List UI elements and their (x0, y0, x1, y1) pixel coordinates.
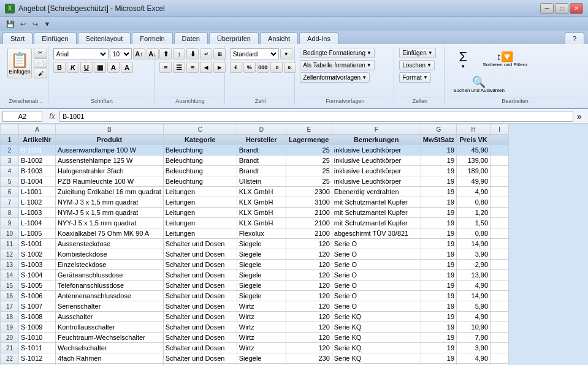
cell-15-h[interactable]: 4,90 (457, 280, 491, 291)
cell-3-b[interactable]: Aussenstehlampe 125 W (56, 156, 164, 166)
cell-3-a[interactable]: B-1002 (19, 156, 56, 166)
cell-2-f[interactable]: inklusive Leuchtkörper (332, 145, 421, 156)
cell-5-f[interactable]: inklusive Leuchtkörper (332, 176, 421, 187)
cell-15-d[interactable]: Siegele (237, 280, 286, 291)
close-button[interactable]: ✕ (570, 3, 583, 14)
cell-8-b[interactable]: NYM-J 5 x 1,5 mm quadrat (56, 208, 164, 218)
cell-6-d[interactable]: KLX GmbH (237, 187, 286, 197)
cell-15-a[interactable]: S-1005 (19, 280, 56, 291)
cell-7-b[interactable]: NYM-J 3 x 1,5 mm quadrat (56, 197, 164, 208)
cell-6-h[interactable]: 4,90 (457, 187, 491, 197)
find-select-button[interactable]: 🔍 Suchen und Auswählen (449, 74, 508, 96)
cell-16-a[interactable]: S-1006 (19, 291, 56, 301)
cell-13-c[interactable]: Schalter und Dosen (163, 260, 237, 270)
cell-22-b[interactable]: 4fach Rahmen (56, 353, 164, 364)
align-left-button[interactable]: ≡ (159, 62, 172, 73)
wrap-text-button[interactable]: ↵ (200, 48, 212, 59)
cell-18-f[interactable]: Serie KQ (332, 312, 421, 322)
cell-18-g[interactable]: 19 (421, 312, 456, 322)
cell-20-d[interactable]: Wirtz (237, 333, 286, 343)
cell-10-a[interactable]: L-1005 (19, 228, 56, 239)
cell-15-e[interactable]: 120 (286, 280, 332, 291)
header-hersteller[interactable]: Hersteller (237, 135, 286, 145)
cell-12-g[interactable]: 19 (421, 249, 456, 260)
increase-font-button[interactable]: A↑ (133, 48, 145, 59)
cell-2-h[interactable]: 45,90 (457, 145, 491, 156)
cell-16-c[interactable]: Schalter und Dosen (163, 291, 237, 301)
cell-16-b[interactable]: Antennenanschlussdose (56, 291, 164, 301)
cell-16-f[interactable]: Serie O (332, 291, 421, 301)
col-header-c[interactable]: C (163, 124, 237, 135)
cell-7-e[interactable]: 3100 (286, 197, 332, 208)
cell-19-d[interactable]: Wirtz (237, 322, 286, 333)
cell-8-h[interactable]: 1,20 (457, 208, 491, 218)
cell-21-d[interactable]: Wirtz (237, 343, 286, 353)
maximize-button[interactable]: □ (555, 3, 568, 14)
cell-19-b[interactable]: Kontrollausschalter (56, 322, 164, 333)
cell-22-f[interactable]: Serie KQ (332, 353, 421, 364)
cell-11-e[interactable]: 120 (286, 239, 332, 249)
tab-addins[interactable]: Add-Ins (299, 32, 338, 44)
cell-8-e[interactable]: 2100 (286, 208, 332, 218)
col-header-a[interactable]: A (19, 124, 56, 135)
cell-11-a[interactable]: S-1001 (19, 239, 56, 249)
col-header-d[interactable]: D (237, 124, 286, 135)
cell-7-a[interactable]: L-1002 (19, 197, 56, 208)
cell-22-g[interactable]: 19 (421, 353, 456, 364)
col-header-i[interactable]: I (491, 124, 509, 135)
cell-9-g[interactable]: 19 (421, 218, 456, 228)
cell-12-a[interactable]: S-1002 (19, 249, 56, 260)
cell-14-b[interactable]: Geräteanschlussdose (56, 270, 164, 280)
cell-10-c[interactable]: Leitungen (163, 228, 237, 239)
cell-6-g[interactable]: 19 (421, 187, 456, 197)
format-painter-button[interactable]: 🖌 (34, 69, 47, 78)
cell-15-b[interactable]: Telefonanschlussdose (56, 280, 164, 291)
cell-6-f[interactable]: Ebenerdig verdrahten (332, 187, 421, 197)
cell-7-f[interactable]: mit Schutzmantel Kupfer (332, 197, 421, 208)
cell-6-c[interactable]: Leitungen (163, 187, 237, 197)
redo-button[interactable]: ↪ (29, 19, 40, 29)
align-middle-button[interactable]: ↕ (173, 48, 185, 59)
cell-20-c[interactable]: Schalter und Dosen (163, 333, 237, 343)
cell-4-g[interactable]: 19 (421, 166, 456, 176)
scroll-right-icon[interactable]: » (573, 111, 586, 122)
save-button[interactable]: 💾 (5, 19, 16, 29)
align-center-button[interactable]: ☰ (173, 62, 185, 73)
currency-button[interactable]: € (230, 62, 242, 73)
cell-13-a[interactable]: S-1003 (19, 260, 56, 270)
cell-3-h[interactable]: 139,00 (457, 156, 491, 166)
cell-5-g[interactable]: 19 (421, 176, 456, 187)
cell-12-f[interactable]: Serie O (332, 249, 421, 260)
cell-13-b[interactable]: Einzelsteckdose (56, 260, 164, 270)
merge-button[interactable]: ⊞ (213, 48, 226, 59)
tab-help[interactable]: ? (565, 32, 584, 44)
cell-13-f[interactable]: Serie O (332, 260, 421, 270)
cell-18-b[interactable]: Ausschalter (56, 312, 164, 322)
col-header-h[interactable]: H (457, 124, 491, 135)
col-header-b[interactable]: B (56, 124, 164, 135)
underline-button[interactable]: U (80, 62, 93, 73)
cell-5-e[interactable]: 25 (286, 176, 332, 187)
cell-10-h[interactable]: 0,80 (457, 228, 491, 239)
cell-20-e[interactable]: 120 (286, 333, 332, 343)
cell-11-f[interactable]: Serie O (332, 239, 421, 249)
cell-10-g[interactable]: 19 (421, 228, 456, 239)
cell-17-c[interactable]: Schalter und Dosen (163, 301, 237, 312)
cell-10-e[interactable]: 2100 (286, 228, 332, 239)
tab-formeln[interactable]: Formeln (132, 32, 172, 44)
autosum-button[interactable]: Σ ▼ (449, 48, 476, 72)
tab-daten[interactable]: Daten (174, 32, 208, 44)
conditional-format-button[interactable]: Bedingte Formatierung ▼ (300, 48, 375, 58)
cell-styles-button[interactable]: Zellenformatvorlagen ▼ (300, 72, 370, 83)
cell-20-h[interactable]: 7,90 (457, 333, 491, 343)
number-format-dropdown[interactable]: ▼ (280, 48, 292, 59)
header-bemerkungen[interactable]: Bemerkungen (332, 135, 421, 145)
cell-2-b[interactable]: Aussenwandlampe 100 W (56, 145, 164, 156)
cell-3-c[interactable]: Beleuchtung (163, 156, 237, 166)
cell-21-e[interactable]: 120 (286, 343, 332, 353)
cell-19-g[interactable]: 19 (421, 322, 456, 333)
cell-2-d[interactable]: Brandt (237, 145, 286, 156)
font-name-select[interactable]: Arial (53, 48, 109, 59)
cell-4-f[interactable]: inklusive Leuchtkörper (332, 166, 421, 176)
header-kategorie[interactable]: Kategorie (163, 135, 237, 145)
